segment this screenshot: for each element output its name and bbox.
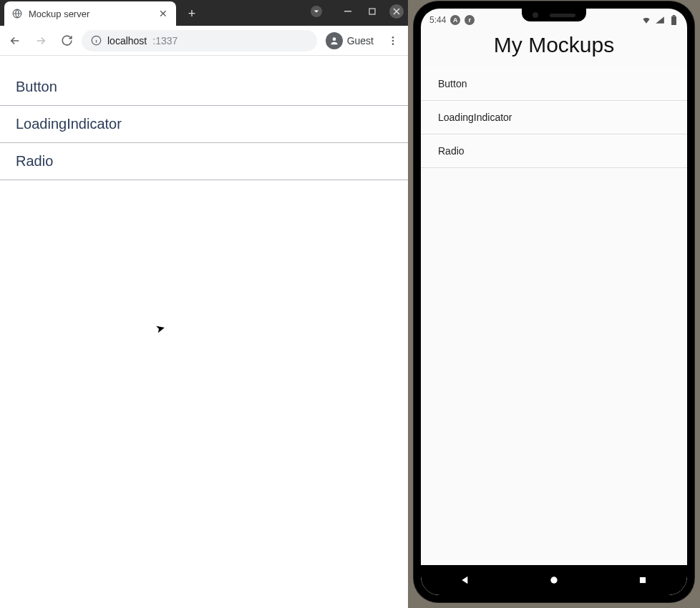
list-item-label: Button: [16, 79, 57, 94]
svg-rect-2: [369, 9, 375, 14]
window-controls: [311, 4, 404, 19]
address-bar[interactable]: localhost:1337: [82, 30, 317, 52]
svg-point-6: [332, 37, 336, 41]
list-item-label: Radio: [16, 153, 53, 169]
list-item-label: Button: [438, 78, 467, 89]
page-content: Button LoadingIndicator Radio: [0, 56, 408, 608]
svg-point-12: [550, 577, 557, 583]
chevron-down-icon[interactable]: [311, 6, 322, 17]
wifi-icon: [641, 15, 651, 25]
minimize-window-button[interactable]: [341, 4, 355, 19]
app-title: My Mockups: [421, 29, 687, 67]
list-item-label: LoadingIndicator: [16, 116, 122, 132]
list-item-label: Radio: [438, 145, 465, 157]
svg-rect-13: [640, 577, 646, 583]
status-app-icon: A: [450, 15, 460, 25]
phone-frame: 5:44 A r My Mockups: [414, 1, 694, 602]
globe-icon: [11, 8, 23, 19]
status-time: 5:44: [429, 15, 446, 25]
back-nav-button[interactable]: [451, 566, 480, 594]
browser-tab[interactable]: Mockup server ✕: [4, 1, 176, 26]
list-item[interactable]: Radio: [0, 143, 408, 180]
forward-button[interactable]: [30, 30, 52, 52]
svg-point-7: [392, 36, 394, 39]
list-item[interactable]: Radio: [421, 134, 687, 168]
app-mockup-list: Button LoadingIndicator Radio: [421, 67, 687, 168]
avatar-icon: [326, 32, 343, 49]
svg-rect-10: [671, 16, 676, 25]
close-window-button[interactable]: [389, 4, 404, 19]
list-item[interactable]: LoadingIndicator: [0, 106, 408, 143]
phone-notch: [522, 9, 586, 21]
back-button[interactable]: [4, 30, 26, 52]
svg-point-8: [392, 39, 394, 41]
menu-button[interactable]: [382, 30, 404, 52]
svg-rect-1: [344, 11, 351, 12]
url-port: :1337: [152, 35, 178, 46]
profile-label: Guest: [347, 35, 374, 46]
browser-toolbar: localhost:1337 Guest: [0, 26, 408, 56]
home-nav-button[interactable]: [540, 566, 568, 594]
list-item[interactable]: Button: [421, 67, 687, 101]
browser-window: Mockup server ✕ +: [0, 0, 408, 608]
profile-chip[interactable]: Guest: [321, 30, 378, 52]
reload-button[interactable]: [56, 30, 77, 52]
mockup-list: Button LoadingIndicator Radio: [0, 69, 408, 180]
android-nav-bar: [421, 565, 687, 595]
info-icon: [90, 35, 102, 46]
recent-nav-button[interactable]: [628, 566, 657, 594]
svg-point-9: [392, 43, 394, 45]
phone-backdrop: 5:44 A r My Mockups: [408, 0, 700, 608]
list-item[interactable]: LoadingIndicator: [421, 101, 687, 134]
status-app-icon: r: [465, 15, 475, 25]
signal-icon: [655, 15, 665, 25]
new-tab-button[interactable]: +: [182, 4, 202, 24]
tab-strip: Mockup server ✕ +: [0, 0, 408, 26]
battery-icon: [669, 15, 679, 25]
tab-title: Mockup server: [29, 9, 152, 19]
maximize-window-button[interactable]: [365, 4, 379, 19]
svg-rect-11: [672, 15, 675, 16]
close-tab-icon[interactable]: ✕: [157, 8, 169, 19]
phone-screen: 5:44 A r My Mockups: [421, 9, 687, 595]
list-item-label: LoadingIndicator: [438, 112, 512, 123]
list-item[interactable]: Button: [0, 69, 408, 106]
url-host: localhost: [107, 35, 147, 46]
